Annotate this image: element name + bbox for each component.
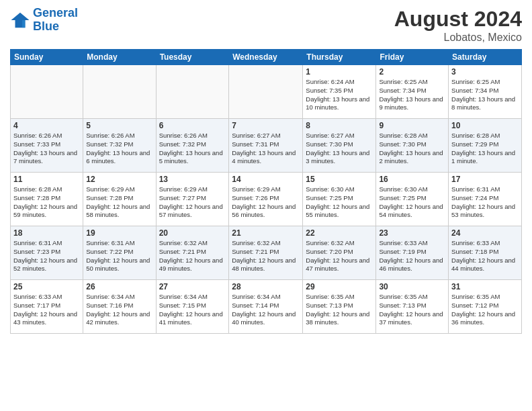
day-number: 13 xyxy=(159,175,226,184)
calendar-cell: 27Sunrise: 6:34 AM Sunset: 7:15 PM Dayli… xyxy=(156,280,229,334)
calendar-cell: 10Sunrise: 6:28 AM Sunset: 7:29 PM Dayli… xyxy=(449,119,522,173)
calendar-cell: 29Sunrise: 6:35 AM Sunset: 7:13 PM Dayli… xyxy=(303,280,376,334)
calendar-cell xyxy=(229,65,303,119)
day-info: Sunrise: 6:25 AM Sunset: 7:34 PM Dayligh… xyxy=(379,78,445,112)
calendar-cell: 2Sunrise: 6:25 AM Sunset: 7:34 PM Daylig… xyxy=(376,65,449,119)
day-number: 21 xyxy=(232,228,300,238)
title-block: August 2024 Lobatos, Mexico xyxy=(394,7,522,44)
calendar-cell: 18Sunrise: 6:31 AM Sunset: 7:23 PM Dayli… xyxy=(11,226,83,280)
calendar-cell: 17Sunrise: 6:31 AM Sunset: 7:24 PM Dayli… xyxy=(449,173,522,226)
calendar-cell: 22Sunrise: 6:32 AM Sunset: 7:20 PM Dayli… xyxy=(303,226,376,280)
day-info: Sunrise: 6:33 AM Sunset: 7:19 PM Dayligh… xyxy=(379,239,445,273)
calendar-cell: 6Sunrise: 6:26 AM Sunset: 7:32 PM Daylig… xyxy=(156,119,229,173)
calendar-cell: 20Sunrise: 6:32 AM Sunset: 7:21 PM Dayli… xyxy=(156,226,229,280)
day-number: 22 xyxy=(306,228,373,238)
calendar-week-3: 11Sunrise: 6:28 AM Sunset: 7:28 PM Dayli… xyxy=(11,173,522,226)
day-number: 8 xyxy=(306,121,373,130)
calendar-cell xyxy=(156,65,229,119)
day-number: 25 xyxy=(13,282,80,291)
day-info: Sunrise: 6:34 AM Sunset: 7:16 PM Dayligh… xyxy=(86,293,152,327)
calendar-cell: 5Sunrise: 6:26 AM Sunset: 7:32 PM Daylig… xyxy=(83,119,156,173)
logo-icon xyxy=(10,10,30,30)
header-row: Sunday Monday Tuesday Wednesday Thursday… xyxy=(11,50,522,65)
calendar-cell: 16Sunrise: 6:30 AM Sunset: 7:25 PM Dayli… xyxy=(376,173,449,226)
day-number: 1 xyxy=(306,67,373,77)
col-sunday: Sunday xyxy=(11,50,83,65)
calendar-cell xyxy=(11,65,83,119)
day-number: 6 xyxy=(159,121,226,130)
day-info: Sunrise: 6:25 AM Sunset: 7:34 PM Dayligh… xyxy=(451,78,519,112)
calendar-cell: 30Sunrise: 6:35 AM Sunset: 7:13 PM Dayli… xyxy=(376,280,449,334)
calendar-cell: 19Sunrise: 6:31 AM Sunset: 7:22 PM Dayli… xyxy=(83,226,156,280)
calendar-cell: 11Sunrise: 6:28 AM Sunset: 7:28 PM Dayli… xyxy=(11,173,83,226)
day-number: 28 xyxy=(232,282,300,291)
day-number: 15 xyxy=(306,175,373,184)
header: General Blue August 2024 Lobatos, Mexico xyxy=(10,7,522,44)
calendar-cell: 25Sunrise: 6:33 AM Sunset: 7:17 PM Dayli… xyxy=(11,280,83,334)
day-number: 7 xyxy=(232,121,300,130)
calendar-cell: 28Sunrise: 6:34 AM Sunset: 7:14 PM Dayli… xyxy=(229,280,303,334)
day-number: 19 xyxy=(86,228,152,238)
svg-marker-0 xyxy=(11,13,30,28)
calendar-cell: 15Sunrise: 6:30 AM Sunset: 7:25 PM Dayli… xyxy=(303,173,376,226)
day-number: 4 xyxy=(13,121,80,130)
col-friday: Friday xyxy=(376,50,449,65)
day-info: Sunrise: 6:34 AM Sunset: 7:15 PM Dayligh… xyxy=(159,293,226,327)
day-number: 16 xyxy=(379,175,445,184)
day-info: Sunrise: 6:33 AM Sunset: 7:17 PM Dayligh… xyxy=(13,293,80,327)
day-info: Sunrise: 6:33 AM Sunset: 7:18 PM Dayligh… xyxy=(451,239,519,273)
day-info: Sunrise: 6:32 AM Sunset: 7:20 PM Dayligh… xyxy=(306,239,373,273)
day-number: 27 xyxy=(159,282,226,291)
day-info: Sunrise: 6:31 AM Sunset: 7:24 PM Dayligh… xyxy=(451,185,519,220)
day-info: Sunrise: 6:30 AM Sunset: 7:25 PM Dayligh… xyxy=(379,185,445,220)
col-wednesday: Wednesday xyxy=(229,50,303,65)
col-saturday: Saturday xyxy=(449,50,522,65)
calendar-cell: 21Sunrise: 6:32 AM Sunset: 7:21 PM Dayli… xyxy=(229,226,303,280)
day-info: Sunrise: 6:29 AM Sunset: 7:26 PM Dayligh… xyxy=(232,185,300,220)
day-info: Sunrise: 6:35 AM Sunset: 7:13 PM Dayligh… xyxy=(379,293,445,327)
day-number: 17 xyxy=(451,175,519,184)
day-number: 20 xyxy=(159,228,226,238)
day-info: Sunrise: 6:28 AM Sunset: 7:30 PM Dayligh… xyxy=(379,132,445,166)
day-info: Sunrise: 6:24 AM Sunset: 7:35 PM Dayligh… xyxy=(306,78,373,112)
day-info: Sunrise: 6:35 AM Sunset: 7:12 PM Dayligh… xyxy=(451,293,519,327)
day-info: Sunrise: 6:28 AM Sunset: 7:28 PM Dayligh… xyxy=(13,185,80,220)
day-number: 23 xyxy=(379,228,445,238)
calendar-cell: 14Sunrise: 6:29 AM Sunset: 7:26 PM Dayli… xyxy=(229,173,303,226)
calendar-cell: 4Sunrise: 6:26 AM Sunset: 7:33 PM Daylig… xyxy=(11,119,83,173)
day-number: 12 xyxy=(86,175,152,184)
logo: General Blue xyxy=(10,7,78,34)
day-info: Sunrise: 6:27 AM Sunset: 7:30 PM Dayligh… xyxy=(306,132,373,166)
day-info: Sunrise: 6:32 AM Sunset: 7:21 PM Dayligh… xyxy=(159,239,226,273)
day-number: 26 xyxy=(86,282,152,291)
month-year: August 2024 xyxy=(394,7,522,32)
col-tuesday: Tuesday xyxy=(156,50,229,65)
calendar-week-2: 4Sunrise: 6:26 AM Sunset: 7:33 PM Daylig… xyxy=(11,119,522,173)
day-number: 29 xyxy=(306,282,373,291)
calendar-cell xyxy=(83,65,156,119)
day-number: 24 xyxy=(451,228,519,238)
location: Lobatos, Mexico xyxy=(394,32,522,44)
day-info: Sunrise: 6:29 AM Sunset: 7:28 PM Dayligh… xyxy=(86,185,152,220)
calendar-cell: 26Sunrise: 6:34 AM Sunset: 7:16 PM Dayli… xyxy=(83,280,156,334)
calendar-table: Sunday Monday Tuesday Wednesday Thursday… xyxy=(10,49,522,334)
day-number: 9 xyxy=(379,121,445,130)
calendar-cell: 13Sunrise: 6:29 AM Sunset: 7:27 PM Dayli… xyxy=(156,173,229,226)
day-info: Sunrise: 6:35 AM Sunset: 7:13 PM Dayligh… xyxy=(306,293,373,327)
calendar-cell: 12Sunrise: 6:29 AM Sunset: 7:28 PM Dayli… xyxy=(83,173,156,226)
day-info: Sunrise: 6:29 AM Sunset: 7:27 PM Dayligh… xyxy=(159,185,226,220)
calendar-cell: 3Sunrise: 6:25 AM Sunset: 7:34 PM Daylig… xyxy=(449,65,522,119)
calendar-cell: 31Sunrise: 6:35 AM Sunset: 7:12 PM Dayli… xyxy=(449,280,522,334)
col-thursday: Thursday xyxy=(303,50,376,65)
day-number: 5 xyxy=(86,121,152,130)
day-info: Sunrise: 6:31 AM Sunset: 7:22 PM Dayligh… xyxy=(86,239,152,273)
day-number: 11 xyxy=(13,175,80,184)
day-info: Sunrise: 6:30 AM Sunset: 7:25 PM Dayligh… xyxy=(306,185,373,220)
calendar-cell: 8Sunrise: 6:27 AM Sunset: 7:30 PM Daylig… xyxy=(303,119,376,173)
col-monday: Monday xyxy=(83,50,156,65)
day-number: 3 xyxy=(451,67,519,77)
day-number: 2 xyxy=(379,67,445,77)
day-info: Sunrise: 6:31 AM Sunset: 7:23 PM Dayligh… xyxy=(13,239,80,273)
calendar-cell: 23Sunrise: 6:33 AM Sunset: 7:19 PM Dayli… xyxy=(376,226,449,280)
logo-blue: Blue xyxy=(33,19,59,33)
